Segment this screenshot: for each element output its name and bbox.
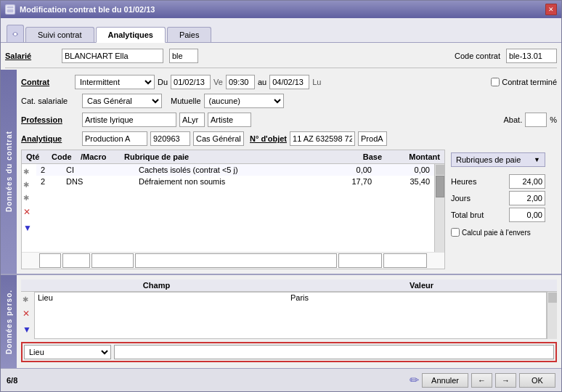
input-base[interactable] xyxy=(338,253,382,268)
analytique-code-input[interactable] xyxy=(150,131,190,146)
main-content: Contrat Intermittent Du Ve au Lu Contrat… xyxy=(17,70,561,274)
action-down[interactable]: ▼ xyxy=(23,221,35,237)
salarie-name-input[interactable] xyxy=(62,49,163,63)
input-montant[interactable] xyxy=(383,253,427,268)
input-code[interactable] xyxy=(62,253,90,268)
dropdown-arrow-icon: ▼ xyxy=(534,156,540,163)
total-brut-label: Total brut xyxy=(451,211,484,219)
col-macro: /Macro xyxy=(79,152,123,162)
row1-montant: 0,00 xyxy=(373,165,431,175)
analytique-row: Analytique N° d'objet xyxy=(21,131,557,147)
salarie-label: Salarié xyxy=(5,52,56,60)
abat-input[interactable] xyxy=(525,113,547,127)
champ-select[interactable]: Lieu xyxy=(24,345,111,359)
mutuelle-select[interactable]: (aucune) xyxy=(204,94,284,108)
contrat-label: Contrat xyxy=(21,78,72,86)
profession-label: Profession xyxy=(21,115,79,124)
bottom-delete[interactable]: ✕ xyxy=(23,306,33,322)
contrat-type-select[interactable]: Intermittent xyxy=(75,75,155,89)
row2-qte: 2 xyxy=(39,176,65,187)
bottom-down[interactable]: ▼ xyxy=(23,322,33,338)
row1-base: 0,00 xyxy=(315,165,373,175)
annuler-button[interactable]: Annuler xyxy=(422,373,468,388)
cat-row: Cat. salariale Cas Général Mutuelle (auc… xyxy=(21,93,557,109)
analytique-label: Analytique xyxy=(21,134,79,143)
cat-select[interactable]: Cas Général xyxy=(82,94,162,108)
input-qte[interactable] xyxy=(39,253,61,268)
jours-row: Jours xyxy=(451,191,545,205)
table-row[interactable]: 2 CI Cachets isolés (contrat <5 j) 0,00 … xyxy=(36,164,434,176)
tab-analytiques[interactable]: Analytiques xyxy=(96,27,166,43)
abat-label: Abat. xyxy=(504,115,523,124)
bottom-table-row[interactable]: Lieu Paris xyxy=(35,293,546,303)
row2-rubrique: Défraiement non soumis xyxy=(137,176,315,187)
ndobjet-label: N° d'objet xyxy=(250,134,287,143)
code-contrat-input[interactable] xyxy=(506,49,557,63)
analytique-type-input[interactable] xyxy=(193,131,244,146)
total-brut-row: Total brut xyxy=(451,208,545,222)
ndobjet-input[interactable] xyxy=(290,131,355,146)
jours-value[interactable] xyxy=(509,191,545,205)
au-date-input[interactable] xyxy=(269,75,309,89)
total-brut-value[interactable] xyxy=(509,208,545,222)
action-asterisk-3[interactable]: ✱ xyxy=(23,192,35,205)
valeur-input[interactable] xyxy=(114,345,554,359)
window-title: Modification contrat ble du 01/02/13 xyxy=(20,5,155,14)
calcul-check: Calcul paie à l'envers xyxy=(451,228,545,237)
tab-suivi-contrat[interactable]: Suivi contrat xyxy=(25,27,94,42)
analytique-input[interactable] xyxy=(82,131,147,146)
nav-next-button[interactable]: → xyxy=(495,373,516,388)
tab-icon[interactable] xyxy=(7,25,24,42)
heures-value[interactable] xyxy=(509,174,545,189)
table-row[interactable]: 2 DNS Défraiement non soumis 17,70 35,40 xyxy=(36,176,434,187)
action-asterisk-2[interactable]: ✱ xyxy=(23,179,35,192)
row-valeur: Paris xyxy=(290,293,543,302)
profession-code-input[interactable] xyxy=(179,113,205,127)
tabs-bar: Suivi contrat Analytiques Paies xyxy=(1,18,561,43)
action-delete[interactable]: ✕ xyxy=(23,205,35,221)
ndobjet-code-input[interactable] xyxy=(358,131,387,146)
row1-rubrique: Cachets isolés (contrat <5 j) xyxy=(137,165,315,175)
mutuelle-label: Mutuelle xyxy=(171,97,201,105)
right-panel: Rubriques de paie ▼ Heures Jours xyxy=(448,150,557,269)
main-window: Modification contrat ble du 01/02/13 ✕ S… xyxy=(0,0,562,392)
title-bar: Modification contrat ble du 01/02/13 ✕ xyxy=(1,1,561,18)
bottom-table-body-area: ✱ ✕ ▼ Lieu Paris xyxy=(21,292,557,339)
bottom-asterisk[interactable]: ✱ xyxy=(23,293,33,306)
table-scrollbar[interactable] xyxy=(434,164,444,252)
row2-base: 17,70 xyxy=(315,176,373,187)
heure-input[interactable] xyxy=(226,75,255,89)
row1-macro xyxy=(94,165,137,175)
tab-paies[interactable]: Paies xyxy=(167,27,212,42)
profession-input[interactable] xyxy=(82,113,176,127)
row2-code: DNS xyxy=(65,176,94,187)
ok-button[interactable]: OK xyxy=(519,373,555,388)
du-label: Du xyxy=(158,78,168,86)
bottom-side-actions: ✱ ✕ ▼ xyxy=(21,292,34,339)
close-button[interactable]: ✕ xyxy=(545,4,557,15)
col-code: Code xyxy=(50,152,79,162)
row2-montant: 35,40 xyxy=(373,176,431,187)
table-body-area: ✱ ✱ ✱ ✕ ▼ 2 CI Cachets isolés (contrat xyxy=(22,164,444,252)
side-label-perso: Données perso. xyxy=(1,275,17,368)
calcul-checkbox[interactable] xyxy=(451,228,460,237)
abat-pct: % xyxy=(550,115,557,124)
table-container: Qté Code /Macro Rubrique de paie Base Mo… xyxy=(21,150,445,269)
col-base: Base xyxy=(325,152,383,162)
nav-prev-button[interactable]: ← xyxy=(471,373,492,388)
table-input-row xyxy=(22,252,444,269)
contrat-termine-checkbox[interactable] xyxy=(491,78,500,86)
bottom-scrollbar[interactable] xyxy=(547,292,557,339)
rubrique-paie-button[interactable]: Rubriques de paie ▼ xyxy=(451,152,545,167)
profession-type-input[interactable] xyxy=(208,113,251,127)
col-montant: Montant xyxy=(383,152,441,162)
window-icon xyxy=(5,4,15,15)
input-rubrique[interactable] xyxy=(135,253,337,268)
heures-row: Heures xyxy=(451,174,545,189)
salarie-code-input[interactable] xyxy=(169,49,198,63)
row2-macro xyxy=(94,176,137,187)
du-date-input[interactable] xyxy=(171,75,211,89)
profession-row: Profession Abat. % xyxy=(21,112,557,128)
action-asterisk-1[interactable]: ✱ xyxy=(23,166,35,179)
input-macro[interactable] xyxy=(91,253,134,268)
